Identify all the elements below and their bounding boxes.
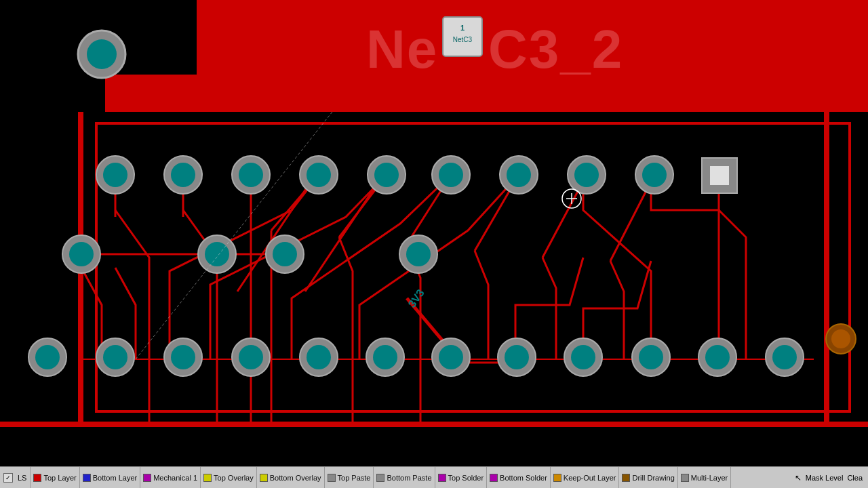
svg-point-50 (574, 163, 599, 187)
statusbar-right: ↖ Mask Level Clea (789, 473, 868, 483)
svg-rect-54 (710, 166, 729, 185)
bottom-layer-label: Bottom Layer (93, 474, 137, 482)
layer-top-paste[interactable]: Top Paste (325, 467, 374, 488)
svg-text:C3_2: C3_2 (488, 19, 623, 79)
drill-drawing-label: Drill Drawing (632, 474, 674, 482)
bottom-paste-color (376, 474, 384, 482)
mechanical-color (143, 474, 151, 482)
bottom-solder-label: Bottom Solder (500, 474, 547, 482)
keepout-label: Keep-Out Layer (564, 474, 616, 482)
cursor-icon: ↖ (795, 473, 802, 483)
svg-point-40 (239, 163, 263, 187)
layer-bottom-solder[interactable]: Bottom Solder (487, 467, 551, 488)
svg-point-38 (171, 163, 195, 187)
svg-point-60 (273, 242, 297, 266)
svg-point-36 (103, 163, 127, 187)
svg-point-72 (307, 345, 331, 369)
svg-point-74 (373, 345, 397, 369)
top-paste-label: Top Paste (338, 474, 371, 482)
pcb-canvas: 3V3 1 NetC3 Ne C3_2 (0, 0, 868, 466)
svg-rect-10 (95, 410, 851, 413)
layer-drill-drawing[interactable]: Drill Drawing (619, 467, 677, 488)
svg-point-42 (307, 163, 331, 187)
svg-text:1: 1 (460, 24, 465, 32)
svg-point-64 (35, 345, 60, 369)
svg-point-82 (639, 345, 663, 369)
statusbar: ✓ LS Top Layer Bottom Layer Mechanical 1… (0, 466, 868, 488)
svg-point-46 (439, 163, 463, 187)
multi-layer-label: Multi-Layer (691, 474, 728, 482)
svg-point-52 (642, 163, 667, 187)
top-overlay-label: Top Overlay (214, 474, 254, 482)
bottom-paste-label: Bottom Paste (387, 474, 431, 482)
top-overlay-color (203, 474, 212, 482)
layer-top[interactable]: Top Layer (31, 467, 79, 488)
svg-rect-6 (0, 422, 868, 427)
svg-point-80 (571, 345, 595, 369)
mechanical-label: Mechanical 1 (153, 474, 197, 482)
svg-point-56 (69, 242, 94, 266)
bottom-solder-color (490, 474, 498, 482)
top-solder-label: Top Solder (448, 474, 484, 482)
top-paste-color (328, 474, 336, 482)
ls-label: LS (18, 474, 26, 482)
svg-point-66 (103, 345, 127, 369)
svg-point-78 (505, 345, 529, 369)
layer-multi[interactable]: Multi-Layer (678, 467, 731, 488)
svg-point-86 (772, 345, 797, 369)
ls-checkbox[interactable]: ✓ (3, 473, 13, 483)
multi-color (681, 474, 689, 482)
layer-bottom[interactable]: Bottom Layer (80, 467, 140, 488)
svg-point-84 (705, 345, 730, 369)
clear-label[interactable]: Clea (847, 474, 863, 482)
svg-point-68 (171, 345, 195, 369)
drill-color (622, 474, 630, 482)
svg-point-62 (406, 242, 431, 266)
top-layer-color (33, 474, 41, 482)
statusbar-ls[interactable]: ✓ LS (0, 467, 31, 488)
bottom-layer-color (83, 474, 91, 482)
layer-top-solder[interactable]: Top Solder (435, 467, 488, 488)
svg-point-88 (831, 329, 850, 348)
top-solder-color (438, 474, 446, 482)
svg-rect-9 (95, 122, 851, 125)
layer-bottom-overlay[interactable]: Bottom Overlay (257, 467, 325, 488)
layer-mechanical[interactable]: Mechanical 1 (140, 467, 201, 488)
svg-point-48 (507, 163, 531, 187)
mask-level-label[interactable]: Mask Level (806, 474, 844, 482)
layer-keepout[interactable]: Keep-Out Layer (551, 467, 620, 488)
bottom-overlay-color (260, 474, 268, 482)
svg-point-76 (439, 345, 463, 369)
svg-rect-8 (824, 105, 829, 427)
layer-top-overlay[interactable]: Top Overlay (201, 467, 257, 488)
svg-rect-12 (848, 122, 851, 413)
svg-point-90 (87, 39, 117, 69)
layer-bottom-paste[interactable]: Bottom Paste (374, 467, 435, 488)
svg-text:NetC3: NetC3 (453, 36, 473, 43)
top-layer-label: Top Layer (43, 474, 76, 482)
svg-point-44 (374, 163, 399, 187)
svg-point-70 (239, 345, 263, 369)
keepout-color (553, 474, 561, 482)
svg-text:Ne: Ne (366, 19, 438, 79)
bottom-overlay-label: Bottom Overlay (270, 474, 321, 482)
